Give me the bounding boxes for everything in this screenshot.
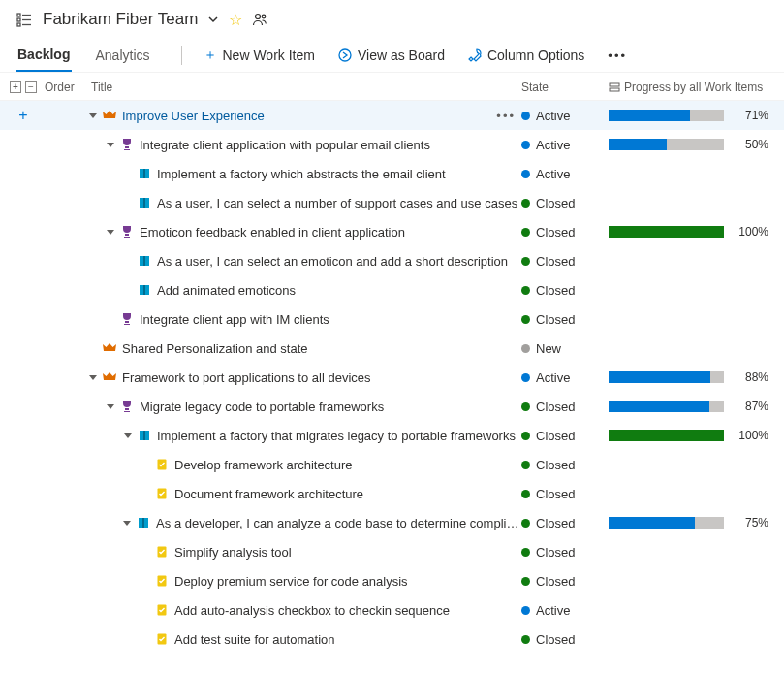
backlog-row[interactable]: Add test suite for automationClosed [0, 625, 784, 654]
star-icon[interactable]: ☆ [229, 11, 242, 29]
column-options-button[interactable]: Column Options [458, 42, 594, 69]
state-dot-icon [521, 112, 530, 120]
state-label: Active [536, 167, 570, 181]
state-dot-icon [521, 461, 530, 469]
backlog-row[interactable]: Integrate client app with IM clientsClos… [0, 304, 784, 334]
tab-separator [181, 46, 182, 65]
pbi-icon [138, 429, 151, 442]
expand-caret-icon[interactable] [107, 230, 114, 235]
state-dot-icon [521, 402, 530, 411]
backlog-row[interactable]: Integrate client application with popula… [0, 130, 784, 159]
add-child-button[interactable]: + [18, 107, 27, 124]
tab-analytics[interactable]: Analytics [93, 40, 151, 71]
col-header-order[interactable]: Order [45, 80, 91, 94]
title-cell: Add auto-analysis checkbox to checkin se… [83, 603, 521, 618]
work-item-title[interactable]: Shared Personalization and state [122, 341, 308, 356]
progress-bar [609, 401, 724, 412]
work-item-title[interactable]: Framework to port applications to all de… [122, 370, 371, 385]
work-item-title[interactable]: Add test suite for automation [174, 632, 334, 647]
state-cell: Closed [521, 254, 609, 269]
backlog-row[interactable]: Implement a factory that migrates legacy… [0, 421, 784, 450]
task-icon [155, 574, 169, 588]
collapse-all-button[interactable]: − [25, 81, 37, 93]
progress-percent: 88% [730, 370, 768, 384]
state-dot-icon [521, 548, 530, 557]
work-item-title[interactable]: Add auto-analysis checkbox to checkin se… [174, 603, 450, 618]
progress-fill [609, 430, 724, 441]
state-cell: Closed [521, 632, 609, 647]
rollup-icon [609, 81, 620, 93]
work-item-title[interactable]: Add animated emoticons [157, 283, 296, 298]
backlog-row[interactable]: Simplify analysis toolClosed [0, 537, 784, 566]
progress-bar [609, 110, 724, 121]
state-label: Closed [536, 225, 575, 240]
title-cell: Migrate legacy code to portable framewor… [83, 400, 521, 414]
state-cell: Closed [521, 400, 609, 414]
state-dot-icon [521, 228, 530, 237]
backlog-row[interactable]: As a user, I can select a number of supp… [0, 188, 784, 217]
expand-caret-icon[interactable] [123, 521, 131, 526]
work-item-title[interactable]: Develop framework architecture [174, 458, 353, 472]
row-context-menu-button[interactable]: ••• [490, 109, 521, 123]
title-cell: Improve User Experience [83, 109, 490, 123]
state-dot-icon [521, 635, 530, 644]
state-label: Active [536, 109, 570, 123]
progress-percent: 100% [730, 429, 768, 442]
pbi-icon [137, 516, 150, 529]
new-work-item-label: New Work Item [223, 48, 315, 63]
state-label: Closed [536, 516, 575, 530]
chevron-down-icon[interactable] [207, 14, 219, 25]
backlog-row[interactable]: Add animated emoticonsClosed [0, 275, 784, 304]
work-item-title[interactable]: Simplify analysis tool [174, 545, 292, 560]
work-item-title[interactable]: Integrate client application with popula… [140, 138, 430, 152]
expand-all-button[interactable]: + [10, 81, 21, 93]
feature-icon [120, 312, 134, 326]
work-item-title[interactable]: Migrate legacy code to portable framewor… [140, 400, 384, 414]
col-header-title[interactable]: Title [91, 80, 521, 94]
backlog-row[interactable]: Framework to port applications to all de… [0, 363, 784, 392]
backlog-row[interactable]: Emoticon feedback enabled in client appl… [0, 217, 784, 246]
view-as-board-button[interactable]: View as Board [329, 42, 455, 69]
work-item-title[interactable]: As a user, I can select a number of supp… [157, 196, 517, 210]
progress-percent: 87% [730, 400, 768, 413]
work-item-title[interactable]: As a user, I can select an emoticon and … [157, 254, 508, 269]
backlog-row[interactable]: Develop framework architectureClosed [0, 450, 784, 479]
backlog-row[interactable]: As a user, I can select an emoticon and … [0, 246, 784, 275]
expand-caret-icon[interactable] [107, 404, 114, 409]
work-item-title[interactable]: Improve User Experience [122, 109, 265, 123]
backlog-row[interactable]: Migrate legacy code to portable framewor… [0, 392, 784, 421]
work-item-title[interactable]: Document framework architecture [174, 487, 363, 501]
state-cell: New [521, 341, 609, 356]
work-item-title[interactable]: Deploy premium service for code analysis [174, 574, 408, 589]
backlog-row[interactable]: As a developer, I can analyze a code bas… [0, 508, 784, 537]
work-item-title[interactable]: Integrate client app with IM clients [140, 312, 329, 327]
people-icon[interactable] [252, 12, 267, 27]
backlog-row[interactable]: Deploy premium service for code analysis… [0, 566, 784, 595]
expand-caret-icon[interactable] [89, 113, 97, 118]
title-cell: As a developer, I can analyze a code bas… [83, 516, 521, 530]
new-work-item-button[interactable]: ＋ New Work Item [194, 41, 325, 70]
work-item-title[interactable]: Emoticon feedback enabled in client appl… [140, 225, 405, 240]
work-item-title[interactable]: As a developer, I can analyze a code bas… [156, 516, 521, 530]
title-cell: Integrate client application with popula… [83, 138, 521, 152]
backlog-row[interactable]: +Improve User Experience•••Active71% [0, 101, 784, 130]
work-item-title[interactable]: Implement a factory which abstracts the … [157, 167, 446, 181]
col-header-progress[interactable]: Progress by all Work Items [609, 80, 768, 94]
progress-fill [609, 110, 690, 121]
col-header-state[interactable]: State [521, 80, 609, 94]
backlog-row[interactable]: Shared Personalization and stateNew [0, 334, 784, 363]
backlog-row[interactable]: Document framework architectureClosed [0, 479, 784, 508]
backlog-row[interactable]: Implement a factory which abstracts the … [0, 159, 784, 188]
state-cell: Active [521, 370, 609, 385]
team-name[interactable]: Fabrikam Fiber Team [43, 10, 198, 29]
state-label: Closed [536, 312, 575, 327]
tab-backlog[interactable]: Backlog [16, 39, 72, 72]
expand-caret-icon[interactable] [107, 143, 114, 147]
expand-caret-icon[interactable] [124, 433, 132, 438]
expand-caret-icon[interactable] [89, 375, 97, 380]
work-item-title[interactable]: Implement a factory that migrates legacy… [157, 429, 516, 443]
progress-cell: 87% [609, 400, 768, 413]
progress-percent: 71% [730, 109, 768, 122]
backlog-row[interactable]: Add auto-analysis checkbox to checkin se… [0, 595, 784, 625]
more-menu-button[interactable]: ••• [598, 43, 637, 69]
